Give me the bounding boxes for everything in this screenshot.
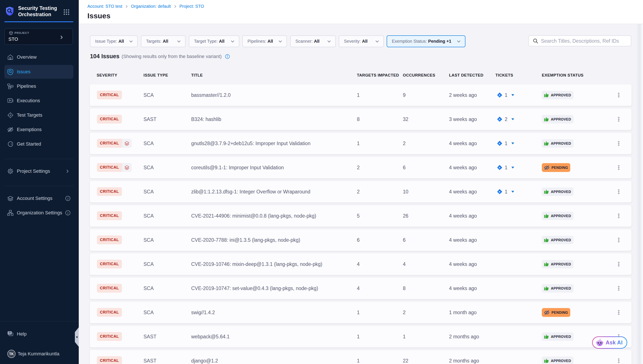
svg-text:?: ? <box>9 332 10 334</box>
